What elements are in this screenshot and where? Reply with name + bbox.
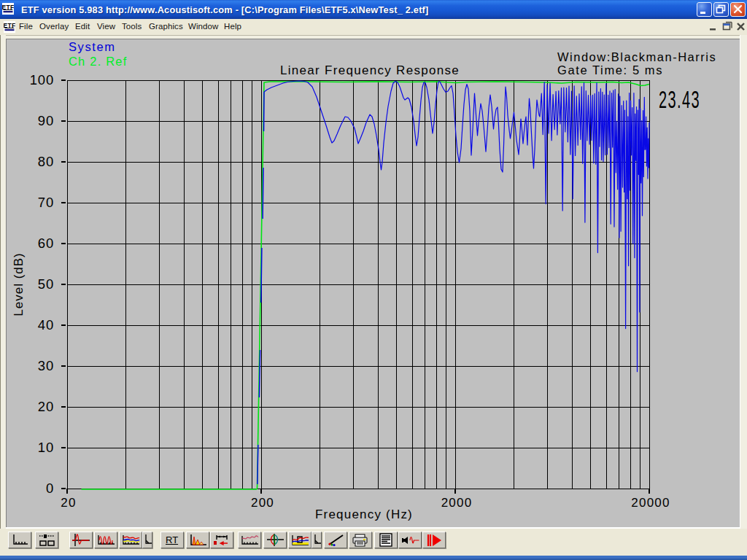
- svg-text:System: System: [69, 40, 116, 53]
- svg-text:100: 100: [30, 72, 54, 88]
- svg-text:20: 20: [38, 399, 54, 414]
- svg-text:40: 40: [38, 317, 54, 332]
- svg-text:Linear Frequency Response: Linear Frequency Response: [280, 63, 460, 77]
- svg-text:80: 80: [38, 154, 54, 169]
- svg-text:Frequency (Hz): Frequency (Hz): [315, 508, 413, 521]
- svg-text:20000: 20000: [631, 496, 670, 510]
- svg-text:70: 70: [38, 195, 54, 210]
- svg-text:90: 90: [38, 113, 54, 128]
- svg-text:Gate Time: 5 ms: Gate Time: 5 ms: [557, 63, 663, 77]
- svg-text:0: 0: [46, 481, 54, 496]
- svg-text:2000: 2000: [441, 496, 473, 510]
- svg-text:60: 60: [38, 236, 54, 251]
- svg-text:23.43: 23.43: [659, 87, 700, 113]
- svg-text:20: 20: [61, 496, 76, 510]
- svg-text:200: 200: [251, 496, 274, 510]
- svg-text:30: 30: [38, 358, 54, 373]
- svg-text:10: 10: [38, 440, 54, 455]
- svg-text:Ch 2. Ref: Ch 2. Ref: [69, 55, 128, 68]
- svg-text:Window:Blackman-Harris: Window:Blackman-Harris: [557, 50, 716, 63]
- svg-text:Level (dB): Level (dB): [12, 252, 26, 316]
- svg-text:50: 50: [38, 276, 54, 292]
